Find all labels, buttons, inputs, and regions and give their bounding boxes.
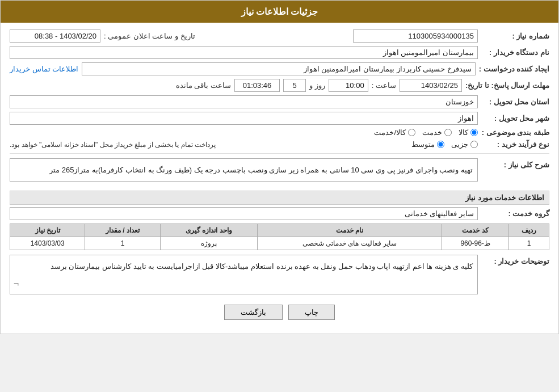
table-cell: 1 — [509, 237, 549, 250]
deadline-time-label: ساعت : — [372, 81, 396, 90]
services-table: ردیف کد خدمت نام خدمت واحد اندازه گیری ت… — [10, 224, 549, 250]
deadline-days: 5 — [283, 79, 306, 92]
need-number-row: شماره نیاز : 1103005934000135 تاریخ و سا… — [10, 29, 549, 43]
deadline-days-label: روز و — [309, 81, 325, 90]
purchase-type-radio-motevaset[interactable] — [437, 141, 444, 148]
category-radio-kala[interactable] — [470, 129, 478, 136]
notes-value: کلیه ی هزینه ها اعم ازتهیه اپاب ودهاب حم… — [10, 255, 478, 294]
category-label: طبقه بندی موضوعی : — [481, 128, 549, 137]
purchase-type-radio-group: جزیی متوسط — [219, 140, 478, 149]
back-button[interactable]: بازگشت — [224, 305, 283, 320]
province-label: استان محل تحویل : — [481, 98, 549, 106]
notes-row: توضیحات خریدار : کلیه ی هزینه ها اعم ازت… — [10, 255, 549, 299]
category-kala-label: کالا — [459, 128, 468, 137]
buttons-row: چاپ بازگشت — [10, 305, 549, 327]
buyer-org-value: بیمارستان امیرالمومنین اهواز — [10, 46, 478, 59]
col-header-name: نام خدمت — [258, 224, 442, 237]
content-wrapper: شماره نیاز : 1103005934000135 تاریخ و سا… — [10, 29, 549, 327]
separator-1 — [10, 153, 549, 154]
col-header-unit: واحد اندازه گیری — [160, 224, 257, 237]
table-cell: پروژه — [160, 237, 257, 250]
description-row: شرح کلی نیاز : تهیه ونصب واجرای فرنیز پی… — [10, 158, 549, 186]
notes-label: توضیحات خریدار : — [481, 255, 549, 265]
category-radio-khedmat[interactable] — [444, 129, 452, 136]
province-row: استان محل تحویل : خوزستان — [10, 95, 549, 108]
content-area: شماره نیاز : 1103005934000135 تاریخ و سا… — [1, 23, 558, 334]
col-header-date: تاریخ نیاز — [10, 224, 85, 237]
description-label: شرح کلی نیاز : — [481, 158, 549, 169]
purchase-type-jozi[interactable]: جزیی — [451, 140, 478, 149]
remaining-time: 01:03:46 — [234, 79, 280, 92]
page-container: جزئیات اطلاعات نیاز شماره نیاز : 1103005… — [0, 0, 559, 334]
service-group-row: گروه خدمت : سایر فعالیتهای خدماتی — [10, 207, 549, 220]
services-section-title: اطلاعات خدمات مورد نیاز — [10, 191, 549, 205]
table-cell: سایر فعالیت های خدماتی شخصی — [258, 237, 442, 250]
category-row: طبقه بندی موضوعی : کالا خدمت کالا/خدمت — [10, 128, 549, 137]
table-cell: 1403/03/03 — [10, 237, 85, 250]
service-group-value: سایر فعالیتهای خدماتی — [10, 207, 478, 220]
page-title: جزئیات اطلاعات نیاز — [241, 7, 318, 16]
deadline-label: مهلت ارسال پاسخ: تا تاریخ: — [465, 81, 549, 90]
requester-row: ایجاد کننده درخواست : سیدفرخ حسینی کاربر… — [10, 62, 549, 75]
col-header-qty: تعداد / مقدار — [85, 224, 160, 237]
purchase-type-row: نوع فرآیند خرید : جزیی متوسط پرداخت تمام… — [10, 140, 549, 149]
requester-value: سیدفرخ حسینی کاربرداز بیمارستان امیرالمو… — [82, 62, 476, 75]
table-header-row: ردیف کد خدمت نام خدمت واحد اندازه گیری ت… — [10, 224, 549, 237]
purchase-type-jozi-label: جزیی — [451, 140, 468, 149]
category-khedmat-label: خدمت — [422, 128, 442, 137]
category-radio-kala-khedmat[interactable] — [408, 129, 415, 136]
buyer-org-label: نام دستگاه خریدار : — [481, 48, 549, 57]
purchase-type-radio-jozi[interactable] — [470, 141, 478, 148]
remaining-label: ساعت باقی مانده — [176, 81, 231, 90]
city-row: شهر محل تحویل : اهواز — [10, 112, 549, 125]
city-value: اهواز — [10, 112, 478, 125]
category-radio-group: کالا خدمت کالا/خدمت — [10, 128, 478, 137]
category-option-kala[interactable]: کالا — [459, 128, 478, 137]
services-table-container: ردیف کد خدمت نام خدمت واحد اندازه گیری ت… — [10, 224, 549, 250]
city-label: شهر محل تحویل : — [481, 114, 549, 123]
need-number-value: 1103005934000135 — [353, 29, 478, 43]
col-header-radif: ردیف — [509, 224, 549, 237]
announcement-date: 1403/02/20 - 08:38 — [10, 29, 100, 43]
purchase-type-motevaset[interactable]: متوسط — [411, 140, 444, 149]
buyer-org-row: نام دستگاه خریدار : بیمارستان امیرالمومن… — [10, 46, 549, 59]
purchase-type-note: پرداخت تمام یا بخشی از مبلغ خریداز محل "… — [10, 141, 216, 149]
table-cell: 1 — [85, 237, 160, 250]
col-header-code: کد خدمت — [442, 224, 508, 237]
announcement-label: تاریخ و ساعت اعلان عمومی : — [104, 32, 195, 40]
category-option-khedmat[interactable]: خدمت — [422, 128, 452, 137]
need-number-label: شماره نیاز : — [481, 32, 549, 40]
table-cell: ط-96-960 — [442, 237, 508, 250]
deadline-row: مهلت ارسال پاسخ: تا تاریخ: 1403/02/25 سا… — [10, 79, 549, 92]
print-button[interactable]: چاپ — [288, 305, 335, 320]
service-group-label: گروه خدمت : — [481, 209, 549, 218]
purchase-type-motevaset-label: متوسط — [411, 140, 435, 149]
province-value: خوزستان — [10, 95, 478, 108]
category-option-kala-khedmat[interactable]: کالا/خدمت — [374, 128, 415, 137]
requester-label: ایجاد کننده درخواست : — [479, 65, 549, 73]
deadline-date: 1403/02/25 — [400, 79, 462, 92]
category-kala-khedmat-label: کالا/خدمت — [374, 128, 406, 137]
contact-link[interactable]: اطلاعات تماس خریدار — [10, 65, 78, 73]
deadline-time: 10:00 — [329, 79, 368, 92]
page-header: جزئیات اطلاعات نیاز — [1, 1, 558, 23]
purchase-type-label: نوع فرآیند خرید : — [481, 140, 549, 149]
description-value: تهیه ونصب واجرای فرنیز پی وی سی 10 سانتی… — [10, 158, 478, 182]
table-row: 1ط-96-960سایر فعالیت های خدماتی شخصیپروژ… — [10, 237, 549, 250]
